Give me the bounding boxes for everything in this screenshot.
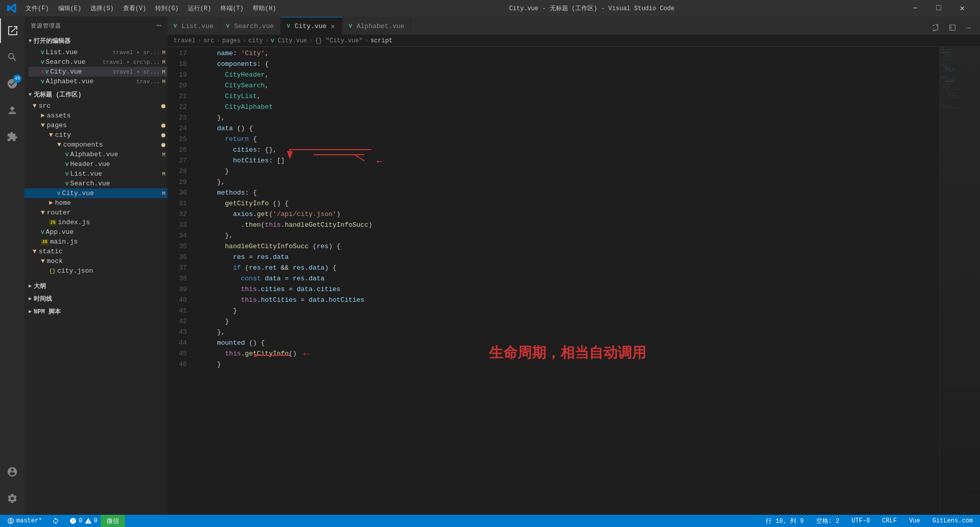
code-line-46: }: [201, 359, 939, 370]
menu-help[interactable]: 帮助(H): [249, 3, 280, 14]
minimize-button[interactable]: –: [903, 0, 927, 16]
code-line-41: }: [201, 305, 939, 316]
tab-alphabet-vue[interactable]: V Alphabet.vue: [342, 17, 411, 35]
status-gitlens[interactable]: GitLens.com: [929, 515, 976, 527]
code-line-42: }: [201, 316, 939, 327]
file-index-js[interactable]: JS index.js: [24, 218, 167, 227]
status-left: master* 0 0: [4, 515, 101, 527]
folder-router[interactable]: ▼ router: [24, 208, 167, 218]
file-alphabet-vue[interactable]: V Alphabet.vue M: [24, 150, 167, 159]
code-editor[interactable]: name: 'City', components: { CityHeader, …: [193, 47, 939, 515]
file-list-vue[interactable]: V List.vue M: [24, 169, 167, 179]
file-tree: ▼ src ► assets ▼ pages ▼ city: [24, 101, 167, 515]
folder-home-label: home: [55, 199, 71, 207]
tab-city-vue[interactable]: V City.vue ✕: [281, 17, 342, 35]
breadcrumb-cityvue[interactable]: City.vue: [278, 37, 307, 44]
vue-file-icon: V: [45, 69, 49, 75]
file-city-json[interactable]: {} city.json: [24, 266, 167, 276]
folder-static[interactable]: ▼ static: [24, 247, 167, 256]
timeline-header[interactable]: ► 时间线: [24, 293, 167, 305]
main-area: 45 资源管理器 ⋯ ▼ 打开的编辑器: [0, 16, 980, 515]
status-branch[interactable]: master*: [4, 515, 45, 527]
menu-file[interactable]: 文件(F): [21, 3, 53, 14]
breadcrumb-travel[interactable]: travel: [174, 37, 195, 44]
status-branch-name: master*: [16, 517, 42, 524]
tab-city-vue-label: City.vue: [295, 22, 326, 30]
breadcrumb-src[interactable]: src: [203, 37, 214, 44]
close-file-icon[interactable]: ✕: [41, 68, 44, 75]
activity-account-icon[interactable]: [0, 460, 24, 484]
tab-search-vue-label: Search.vue: [234, 22, 274, 30]
maximize-button[interactable]: □: [927, 0, 950, 16]
tab-search-vue[interactable]: V Search.vue: [220, 17, 281, 35]
outline-header[interactable]: ► 大纲: [24, 280, 167, 293]
split-editor-icon[interactable]: [929, 20, 943, 35]
status-encoding[interactable]: UTF-8: [848, 515, 873, 527]
folder-assets-label: assets: [47, 112, 71, 119]
editor-content: 17 18 19 20 21 22 23 24 25 26 27 28 29 3…: [167, 47, 980, 515]
folder-assets[interactable]: ► assets: [24, 111, 167, 121]
toggle-sidebar-icon[interactable]: [945, 20, 960, 35]
file-app-vue[interactable]: V App.vue: [24, 227, 167, 237]
breadcrumb-object[interactable]: {} "City.vue": [315, 37, 363, 44]
folder-mock[interactable]: ▼ mock: [24, 256, 167, 266]
activity-search-icon[interactable]: [0, 45, 24, 69]
npm-scripts-header[interactable]: ► NPM 脚本: [24, 305, 167, 318]
tab-city-vue-icon: V: [287, 23, 290, 29]
tab-list-vue[interactable]: V List.vue: [167, 17, 220, 35]
status-sync[interactable]: [49, 515, 62, 527]
git-badge: 45: [13, 75, 21, 83]
file-search-vue[interactable]: V Search.vue: [24, 179, 167, 188]
status-line-col-text: 行 10, 列 9: [766, 517, 803, 525]
menu-view[interactable]: 查看(V): [119, 3, 151, 14]
more-actions-icon[interactable]: ⋯: [962, 20, 976, 35]
file-city-json-label: city.json: [57, 267, 93, 275]
folder-icon: ▼: [41, 209, 45, 217]
open-editors-header[interactable]: ▼ 打开的编辑器: [24, 35, 167, 47]
open-editor-search-vue[interactable]: V Search.vue travel • src\p... M: [29, 57, 167, 67]
sidebar-menu-icon[interactable]: ⋯: [156, 20, 161, 31]
folder-icon: ▼: [33, 102, 37, 110]
folder-city[interactable]: ▼ city: [24, 130, 167, 140]
status-spaces[interactable]: 空格: 2: [813, 515, 843, 527]
activity-extensions-icon[interactable]: [0, 125, 24, 149]
close-button[interactable]: ✕: [950, 0, 974, 16]
activity-debug-icon[interactable]: [0, 98, 24, 123]
breadcrumb-pages[interactable]: pages: [222, 37, 240, 44]
status-errors[interactable]: 0 0: [66, 515, 100, 527]
breadcrumb-script[interactable]: script: [371, 37, 393, 44]
activity-explorer-icon[interactable]: [0, 18, 24, 43]
breadcrumb-sep-1: ›: [198, 37, 201, 44]
activity-git-icon[interactable]: 45: [0, 71, 24, 96]
file-city-vue[interactable]: V City.vue M: [24, 188, 167, 198]
folder-components[interactable]: ▼ components: [24, 140, 167, 150]
file-main-js[interactable]: JS main.js: [24, 237, 167, 247]
open-editor-list-vue[interactable]: V List.vue travel • sr... M: [29, 47, 167, 57]
open-editor-alphabet-vue[interactable]: V Alphabet.vue trav... M: [29, 77, 167, 86]
menu-bar: 文件(F) 编辑(E) 选择(S) 查看(V) 转到(G) 运行(R) 终端(T…: [21, 3, 280, 14]
status-line-ending[interactable]: CRLF: [879, 515, 900, 527]
file-header-vue[interactable]: V Header.vue: [24, 159, 167, 169]
folder-home[interactable]: ► home: [24, 198, 167, 208]
sidebar-explorer-title: 资源管理器: [31, 22, 61, 30]
code-line-39: this.cities = data.cities: [201, 284, 939, 295]
file-city-badge: M: [162, 190, 165, 197]
workspace-header[interactable]: ▼ 无标题 (工作区): [24, 88, 167, 101]
folder-pages[interactable]: ▼ pages: [24, 121, 167, 130]
code-line-43: },: [201, 327, 939, 338]
menu-select[interactable]: 选择(S): [86, 3, 118, 14]
breadcrumb-city[interactable]: city: [248, 37, 263, 44]
menu-edit[interactable]: 编辑(E): [54, 3, 86, 14]
open-editor-city-vue[interactable]: ✕ V City.vue travel • sr... M: [29, 67, 167, 77]
tab-city-close-icon[interactable]: ✕: [330, 21, 336, 32]
modified-dot: [161, 104, 165, 108]
weixin-button[interactable]: 微信: [101, 515, 125, 527]
folder-src[interactable]: ▼ src: [24, 101, 167, 111]
status-line-col[interactable]: 行 10, 列 9: [763, 515, 806, 527]
menu-terminal[interactable]: 终端(T): [216, 3, 248, 14]
json-file-icon: {}: [49, 268, 56, 274]
activity-settings-icon[interactable]: [0, 486, 24, 511]
menu-goto[interactable]: 转到(G): [151, 3, 183, 14]
menu-run[interactable]: 运行(R): [184, 3, 215, 14]
status-language[interactable]: Vue: [906, 515, 923, 527]
